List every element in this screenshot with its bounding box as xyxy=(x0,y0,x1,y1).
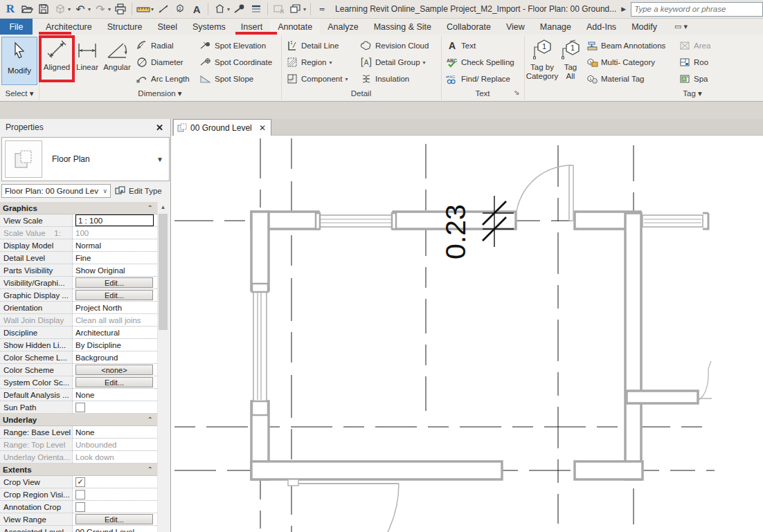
spot-slope-icon xyxy=(199,73,212,84)
section-icon[interactable] xyxy=(232,1,247,17)
component-dropdown[interactable]: ▾ xyxy=(345,76,348,82)
text-panel-label[interactable]: Text xyxy=(442,87,523,100)
svg-text:1: 1 xyxy=(571,44,575,52)
text-button[interactable]: AText xyxy=(446,37,514,54)
default-3d-view-icon[interactable] xyxy=(212,1,227,17)
undo-dropdown[interactable]: ▾ xyxy=(88,6,91,12)
arc-length-dimension-button[interactable]: Arc Length xyxy=(136,71,190,87)
multi-category-tag-button[interactable]: 1Multi- Category xyxy=(586,54,665,71)
space-tag-button[interactable]: Spa xyxy=(679,71,763,87)
view-scale-input[interactable]: 1 : 100 xyxy=(75,214,154,226)
tab-massing-site[interactable]: Massing & Site xyxy=(366,19,439,35)
ribbon-display-toggle[interactable]: ▭ ▾ xyxy=(674,19,688,35)
section-header-underlay[interactable]: Underlay⌃ xyxy=(0,414,159,426)
measure-icon[interactable] xyxy=(136,1,151,17)
detail-group-button[interactable]: ADetail Group▾ xyxy=(360,54,429,71)
insulation-button[interactable]: Insulation xyxy=(360,71,429,87)
angular-dimension-button[interactable]: Angular xyxy=(101,37,133,85)
annotation-crop-checkbox[interactable] xyxy=(75,502,85,512)
thin-lines-icon[interactable] xyxy=(249,1,264,17)
type-selector-dropdown-icon[interactable]: ▼ xyxy=(156,156,163,163)
scrollbar-up-arrow[interactable]: ▲ xyxy=(158,202,168,212)
tab-analyze[interactable]: Analyze xyxy=(320,19,366,35)
title-expand-arrow[interactable]: ▶ xyxy=(621,6,626,12)
dimension-panel-label[interactable]: Dimension ▾ xyxy=(39,87,280,100)
switch-windows-dropdown[interactable]: ▾ xyxy=(303,6,306,12)
tab-steel[interactable]: Steel xyxy=(150,19,185,35)
close-inactive-windows-icon[interactable] xyxy=(271,1,287,17)
check-spelling-button[interactable]: ABCCheck Spelling xyxy=(446,54,514,71)
redo-icon[interactable]: ↷ xyxy=(93,1,108,17)
modify-button[interactable]: Modify xyxy=(1,37,37,85)
view-range-edit-button[interactable]: Edit... xyxy=(75,514,153,524)
crop-region-checkbox[interactable] xyxy=(75,490,85,499)
synchronize-dropdown[interactable]: ▾ xyxy=(68,6,71,12)
save-icon[interactable] xyxy=(36,1,51,17)
color-scheme-button[interactable]: <none> xyxy=(75,365,153,375)
section-header-extents[interactable]: Extents⌃ xyxy=(0,464,159,476)
spot-coordinate-button[interactable]: Spot Coordinate xyxy=(199,54,272,71)
tab-add-ins[interactable]: Add-Ins xyxy=(579,19,624,35)
component-button[interactable]: Component▾ xyxy=(286,71,348,87)
radial-dimension-button[interactable]: Radial xyxy=(136,37,190,54)
tag-panel-label[interactable]: Tag ▾ xyxy=(651,87,734,100)
material-tag-icon: 1 xyxy=(586,73,598,84)
system-color-edit-button[interactable]: Edit... xyxy=(75,377,153,387)
drawing-canvas[interactable]: 0.23 xyxy=(172,136,763,532)
properties-scrollbar[interactable]: ▲ xyxy=(157,202,168,532)
edit-type-button[interactable]: Edit Type xyxy=(115,186,162,196)
tab-manage[interactable]: Manage xyxy=(532,19,579,35)
room-tag-button[interactable]: Roo xyxy=(679,54,763,71)
section-header-graphics[interactable]: Graphics⌃ xyxy=(0,202,159,214)
revit-logo-icon[interactable]: R xyxy=(3,1,18,17)
default-3d-view-dropdown[interactable]: ▾ xyxy=(227,6,230,12)
graphic-display-edit-button[interactable]: Edit... xyxy=(75,290,153,300)
annotation-underline-architecture xyxy=(39,32,71,35)
detail-panel-label[interactable]: Detail xyxy=(282,87,440,100)
view-tab-close-icon[interactable]: ✕ xyxy=(259,123,266,133)
customize-quick-access-icon[interactable]: ≂ xyxy=(314,1,330,17)
visibility-edit-button[interactable]: Edit... xyxy=(75,277,153,288)
region-dropdown[interactable]: ▾ xyxy=(329,59,332,66)
open-icon[interactable] xyxy=(19,1,35,17)
sun-path-checkbox[interactable] xyxy=(75,403,85,412)
text-panel-launcher[interactable]: ⇘ xyxy=(514,89,519,96)
tag-by-category-button[interactable]: 1 Tag byCategory xyxy=(526,37,558,85)
view-tab-ground-level[interactable]: 00 Ground Level ✕ xyxy=(173,119,271,136)
synchronize-icon[interactable] xyxy=(53,1,68,17)
tab-modify[interactable]: Modify xyxy=(624,19,665,35)
spot-slope-button[interactable]: Spot Slope xyxy=(199,71,272,87)
detail-line-button[interactable]: Detail Line xyxy=(286,37,348,54)
select-panel-label[interactable]: Select ▾ xyxy=(0,87,39,100)
spot-elevation-button[interactable]: Spot Elevation xyxy=(199,37,272,54)
linear-dimension-button[interactable]: Linear xyxy=(73,37,101,85)
text-icon[interactable]: A xyxy=(189,1,204,17)
diameter-dimension-button[interactable]: Diameter xyxy=(136,54,190,71)
detail-group-dropdown[interactable]: ▾ xyxy=(423,59,426,66)
properties-close-icon[interactable]: ✕ xyxy=(156,122,163,133)
search-input[interactable] xyxy=(631,2,763,17)
tab-annotate[interactable]: Annotate xyxy=(270,19,320,35)
tab-systems[interactable]: Systems xyxy=(185,19,233,35)
switch-windows-icon[interactable] xyxy=(288,1,303,17)
beam-annotations-button[interactable]: Beam Annotations xyxy=(586,37,665,54)
tab-file[interactable]: File xyxy=(0,19,33,35)
tag-icon[interactable]: 1 xyxy=(172,1,188,17)
tab-collaborate[interactable]: Collaborate xyxy=(439,19,499,35)
measure-dropdown[interactable]: ▾ xyxy=(151,6,154,12)
revision-cloud-button[interactable]: Revision Cloud xyxy=(360,37,429,54)
type-selector[interactable]: Floor Plan ▼ xyxy=(1,137,170,181)
undo-icon[interactable]: ↶ xyxy=(73,1,88,17)
instance-selector-combo[interactable]: Floor Plan: 00 Ground Lev∨ xyxy=(1,184,111,198)
aligned-dimension-icon[interactable] xyxy=(156,1,171,17)
region-button[interactable]: Region▾ xyxy=(286,54,348,71)
scrollbar-thumb[interactable] xyxy=(159,214,168,330)
print-icon[interactable] xyxy=(113,1,128,17)
crop-view-checkbox[interactable]: ✓ xyxy=(75,477,85,487)
tab-structure[interactable]: Structure xyxy=(100,19,150,35)
material-tag-button[interactable]: 1Material Tag xyxy=(586,71,665,87)
find-replace-button[interactable]: ⇄ACFind/ Replace xyxy=(446,71,514,87)
redo-dropdown[interactable]: ▾ xyxy=(108,6,111,12)
tab-view[interactable]: View xyxy=(499,19,532,35)
tag-all-button[interactable]: 1 TagAll xyxy=(558,37,583,85)
